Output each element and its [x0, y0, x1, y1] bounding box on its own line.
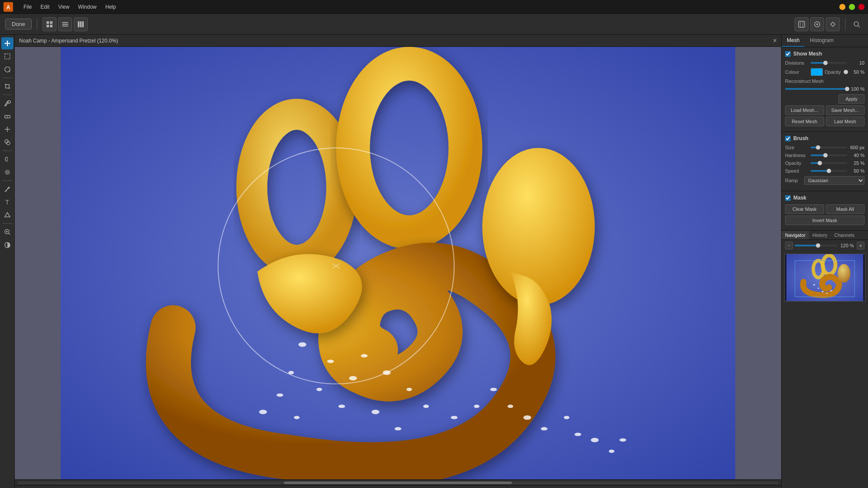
last-mesh-button[interactable]: Last Mesh	[826, 117, 865, 126]
tab-mesh[interactable]: Mesh	[782, 35, 805, 47]
svg-point-55	[490, 388, 497, 391]
tab-histogram[interactable]: Histogram	[805, 35, 839, 47]
brush-opacity-value: 25 %	[849, 160, 865, 166]
reconstruct-slider[interactable]	[785, 88, 847, 90]
menu-edit[interactable]: Edit	[37, 3, 53, 11]
svg-point-42	[361, 354, 368, 357]
tool-separator-4	[3, 180, 12, 181]
scrollbar-track[interactable]	[17, 481, 779, 484]
tool-shape[interactable]	[1, 209, 13, 221]
apply-button[interactable]: Apply	[838, 94, 865, 104]
window-close[interactable]	[858, 4, 865, 10]
brush-checkbox[interactable]	[785, 136, 791, 141]
canvas-scrollbar[interactable]	[15, 479, 781, 485]
hardness-slider[interactable]	[811, 154, 847, 156]
divisions-value: 10	[849, 60, 865, 66]
view-btn-3[interactable]	[826, 17, 840, 31]
svg-rect-9	[78, 21, 79, 27]
mask-section: Mask Clear Mask Mask All Invert Mask	[782, 191, 868, 231]
size-row: Size 600 px	[785, 145, 865, 150]
clear-mask-button[interactable]: Clear Mask	[785, 204, 824, 214]
toolbar-icon-2[interactable]	[58, 17, 72, 31]
tool-clone[interactable]	[1, 136, 13, 148]
opacity-slider[interactable]	[845, 71, 847, 73]
tool-heal[interactable]	[1, 123, 13, 135]
menu-view[interactable]: View	[55, 3, 73, 11]
svg-point-17	[854, 22, 858, 26]
save-mesh-button[interactable]: Save Mesh...	[826, 105, 865, 115]
svg-rect-11	[82, 21, 84, 27]
mask-label: Mask	[793, 195, 806, 201]
menu-window[interactable]: Window	[75, 3, 100, 11]
svg-rect-8	[62, 26, 68, 26]
show-mesh-checkbox[interactable]	[785, 51, 791, 57]
view-btn-2[interactable]	[810, 17, 824, 31]
mask-all-button[interactable]: Mask All	[826, 204, 865, 214]
done-button[interactable]: Done	[5, 19, 32, 29]
svg-point-73	[818, 288, 819, 288]
panel-tabs: Mesh Histogram	[782, 35, 868, 47]
tool-dodge[interactable]	[1, 153, 13, 165]
zoom-out-button[interactable]: −	[785, 242, 793, 249]
nav-tab-history[interactable]: History	[809, 231, 831, 239]
reset-mesh-button[interactable]: Reset Mesh	[785, 117, 824, 126]
svg-point-45	[338, 405, 345, 408]
menu-help[interactable]: Help	[102, 3, 120, 11]
tool-paint[interactable]	[1, 97, 13, 109]
tool-blur[interactable]	[1, 166, 13, 178]
brush-opacity-slider[interactable]	[811, 162, 847, 164]
canvas-header: Noah Camp - Ampersand Pretzel (120.0%) ×	[15, 35, 781, 47]
ramp-select[interactable]: Gaussian Linear Flat	[804, 176, 865, 185]
speed-slider[interactable]	[811, 170, 847, 172]
svg-point-61	[591, 438, 599, 442]
view-btn-1[interactable]	[795, 17, 809, 31]
svg-point-52	[277, 393, 284, 397]
svg-point-50	[474, 405, 479, 408]
colour-swatch[interactable]	[811, 68, 823, 76]
toolbar-icon-3[interactable]	[74, 17, 88, 31]
canvas-close-button[interactable]: ×	[773, 37, 777, 45]
zoom-track[interactable]	[795, 245, 838, 246]
menu-file[interactable]: File	[20, 3, 35, 11]
svg-point-58	[541, 427, 548, 431]
nav-tab-navigator[interactable]: Navigator	[782, 231, 809, 239]
zoom-in-button[interactable]: +	[857, 242, 865, 249]
mask-header: Mask	[785, 195, 865, 201]
svg-rect-2	[46, 21, 49, 24]
search-button[interactable]	[851, 18, 863, 30]
status-bar: Drag to push pixels forward.	[15, 485, 781, 488]
nav-tab-channels[interactable]: Channels	[831, 231, 858, 239]
tool-crop[interactable]	[1, 80, 13, 92]
tool-text[interactable]: T	[1, 196, 13, 208]
tool-select[interactable]	[1, 50, 13, 62]
mask-checkbox[interactable]	[785, 195, 791, 201]
tool-color[interactable]	[1, 239, 13, 251]
tool-move[interactable]	[1, 37, 13, 49]
size-slider[interactable]	[811, 147, 847, 148]
divisions-slider[interactable]	[811, 62, 847, 64]
reconstruct-mesh-label: Reconstruct Mesh	[785, 79, 865, 84]
invert-mask-button[interactable]: Invert Mask	[785, 216, 865, 225]
svg-point-74	[822, 291, 824, 292]
tool-separator-3	[3, 151, 12, 151]
zoom-row: − 120 % +	[782, 240, 868, 251]
hardness-row: Hardness 40 %	[785, 153, 865, 158]
brush-label: Brush	[793, 135, 809, 141]
canvas-content[interactable]	[15, 47, 781, 479]
window-minimize[interactable]	[839, 4, 845, 10]
window-maximize[interactable]	[849, 4, 855, 10]
svg-point-44	[406, 388, 412, 391]
tool-erase[interactable]	[1, 110, 13, 122]
tool-lasso[interactable]	[1, 63, 13, 75]
svg-point-54	[294, 416, 300, 419]
svg-point-62	[609, 449, 614, 453]
tool-separator-2	[3, 95, 12, 95]
scrollbar-thumb[interactable]	[284, 481, 512, 484]
main-toolbar: Done	[0, 14, 868, 35]
load-mesh-button[interactable]: Load Mesh...	[785, 105, 824, 115]
tool-pen[interactable]	[1, 183, 13, 195]
toolbar-icon-1[interactable]	[43, 17, 56, 31]
svg-point-56	[508, 405, 513, 408]
reconstruct-slider-row: 100 %	[785, 86, 865, 92]
tool-zoom[interactable]	[1, 226, 13, 238]
